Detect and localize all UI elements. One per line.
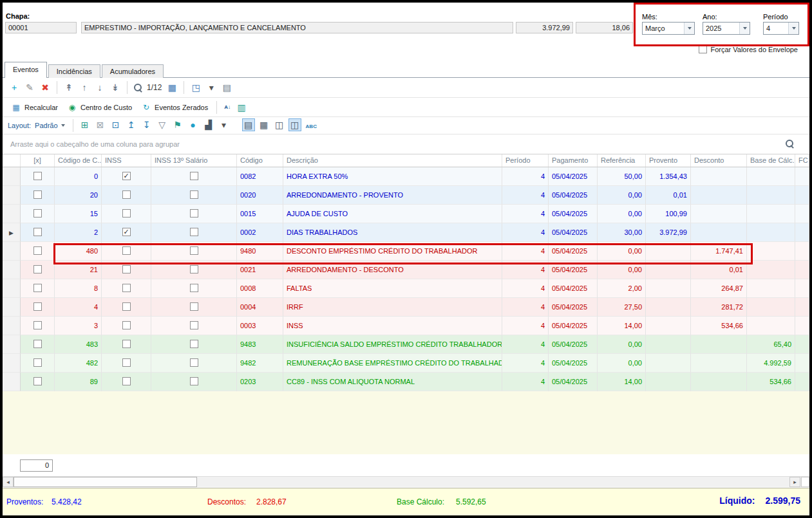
inss-checkbox[interactable] — [122, 358, 131, 367]
spell-check-icon[interactable]: ABC — [304, 120, 319, 133]
month-select[interactable]: Março — [642, 22, 695, 35]
filter-icon[interactable]: ▽ — [156, 118, 169, 131]
last-record-icon[interactable]: ↡ — [109, 81, 122, 94]
row-select-checkbox[interactable] — [33, 377, 42, 385]
cell-pagamento[interactable]: 05/04/2025 — [549, 354, 598, 373]
cell-provento[interactable]: 1.354,43 — [646, 167, 691, 186]
edit-record-icon[interactable]: ✎ — [23, 81, 36, 94]
inss13-checkbox[interactable] — [190, 172, 198, 180]
inss13-checkbox[interactable] — [190, 377, 198, 385]
cell-fc[interactable] — [795, 317, 809, 335]
sort-az-icon[interactable]: A↓ — [222, 101, 232, 114]
cell-desconto[interactable]: 264,87 — [691, 279, 747, 298]
cell-referencia[interactable]: 2,00 — [598, 279, 646, 298]
cell-base_calculo[interactable] — [747, 167, 795, 186]
inss13-checkbox[interactable] — [190, 340, 198, 348]
cell-referencia[interactable]: 0,00 — [598, 354, 646, 373]
scroll-right-icon[interactable]: ▸ — [789, 477, 800, 487]
row-select-checkbox[interactable] — [33, 302, 42, 311]
save-grid-icon[interactable]: ▥ — [235, 101, 248, 114]
cell-fc[interactable] — [795, 335, 809, 354]
cell-referencia[interactable]: 30,00 — [598, 223, 646, 242]
cell-descricao[interactable]: AJUDA DE CUSTO — [283, 205, 502, 223]
cell-pagamento[interactable]: 05/04/2025 — [549, 261, 598, 279]
cell-referencia[interactable]: 0,00 — [598, 242, 646, 261]
cell-periodo[interactable]: 4 — [502, 167, 549, 186]
grid-row[interactable]: 210021ARREDONDAMENTO - DESCONTO405/04/20… — [3, 261, 809, 279]
cell-base_calculo[interactable] — [747, 223, 795, 242]
cell-fc[interactable] — [795, 242, 809, 261]
cell-codigo_calculo[interactable]: 4 — [55, 298, 102, 317]
group-by-bar[interactable]: Arraste aqui o cabeçalho de uma coluna p… — [3, 134, 809, 154]
layout-select[interactable]: Padrão — [33, 122, 68, 129]
row-select-checkbox[interactable] — [33, 209, 42, 217]
grid-row[interactable]: 150015AJUDA DE CUSTO405/04/20250,00100,9… — [3, 205, 809, 223]
description-field[interactable]: EMPRESTIMO - IMPORTAÇÃO, LANÇAMENTO E CA… — [81, 22, 513, 33]
cell-codigo[interactable]: 0002 — [237, 223, 283, 242]
inss13-checkbox[interactable] — [190, 228, 198, 236]
cell-provento[interactable] — [646, 279, 691, 298]
grid-row[interactable]: ▶20002DIAS TRABALHADOS405/04/202530,003.… — [3, 223, 809, 242]
cell-base_calculo[interactable] — [747, 317, 795, 335]
column-header-base-de-calc[interactable]: Base de Cálc... — [747, 154, 795, 167]
export-grid-icon[interactable]: ⊡ — [109, 118, 122, 131]
inss-checkbox[interactable] — [122, 284, 131, 292]
cell-provento[interactable]: 0,01 — [646, 186, 691, 205]
cell-desconto[interactable] — [691, 186, 747, 205]
view-split-icon[interactable]: ◫ — [288, 118, 301, 131]
cell-referencia[interactable]: 0,00 — [598, 335, 646, 354]
inss-checkbox[interactable] — [122, 377, 131, 385]
cell-referencia[interactable]: 50,00 — [598, 167, 646, 186]
column-header-codigo[interactable]: Código — [237, 154, 283, 167]
row-select-checkbox[interactable] — [33, 340, 42, 348]
scroll-left-icon[interactable]: ◂ — [3, 477, 14, 487]
cell-pagamento[interactable]: 05/04/2025 — [549, 298, 598, 317]
column-header-referencia[interactable]: Referência — [598, 154, 646, 167]
cell-codigo_calculo[interactable]: 15 — [55, 205, 102, 223]
cell-descricao[interactable]: INSUFICIÊNCIA SALDO EMPRÉSTIMO CRÉDITO T… — [283, 335, 502, 354]
cell-codigo[interactable]: 0020 — [237, 186, 283, 205]
cell-desconto[interactable] — [691, 335, 747, 354]
cell-pagamento[interactable]: 05/04/2025 — [549, 242, 598, 261]
column-header-codigo-de-c[interactable]: Código de C... — [55, 154, 102, 167]
cell-codigo_calculo[interactable]: 8 — [55, 279, 102, 298]
cell-periodo[interactable]: 4 — [502, 242, 549, 261]
search-icon[interactable] — [133, 82, 143, 93]
cell-periodo[interactable]: 4 — [502, 261, 549, 279]
cell-descricao[interactable]: IRRF — [283, 298, 502, 317]
cell-referencia[interactable]: 0,00 — [598, 205, 646, 223]
row-select-checkbox[interactable] — [33, 284, 42, 292]
cell-fc[interactable] — [795, 373, 809, 391]
inss-checkbox[interactable] — [122, 209, 131, 217]
cell-codigo[interactable]: 9480 — [237, 242, 283, 261]
cell-codigo_calculo[interactable]: 2 — [55, 223, 102, 242]
row-select-checkbox[interactable] — [33, 228, 42, 236]
band-delete-icon[interactable]: ⊠ — [94, 118, 107, 131]
cell-fc[interactable] — [795, 167, 809, 186]
cell-pagamento[interactable]: 05/04/2025 — [549, 373, 598, 391]
cell-desconto[interactable]: 0,01 — [691, 261, 747, 279]
cell-desconto[interactable]: 534,66 — [691, 317, 747, 335]
cell-periodo[interactable]: 4 — [502, 298, 549, 317]
chart-icon[interactable]: ▟ — [202, 118, 215, 131]
move-up-icon[interactable]: ↥ — [125, 118, 138, 131]
cell-codigo[interactable]: 0203 — [237, 373, 283, 391]
cell-fc[interactable] — [795, 205, 809, 223]
cell-fc[interactable] — [795, 279, 809, 298]
inss13-checkbox[interactable] — [190, 302, 198, 311]
cell-fc[interactable] — [795, 354, 809, 373]
column-header-inss-13-salario[interactable]: INSS 13º Salário — [151, 154, 237, 167]
cell-codigo[interactable]: 0008 — [237, 279, 283, 298]
inss-checkbox[interactable] — [122, 321, 131, 329]
tab-eventos[interactable]: Eventos — [5, 62, 47, 78]
column-header-provento[interactable]: Provento — [646, 154, 691, 167]
tab-acumuladores[interactable]: Acumuladores — [102, 64, 164, 78]
recalcular-button[interactable]: ▦Recalcular — [6, 100, 62, 115]
export-icon[interactable]: ◳ — [189, 81, 202, 94]
delete-record-icon[interactable]: ✖ — [39, 81, 52, 94]
cell-periodo[interactable]: 4 — [502, 335, 549, 354]
move-down-icon[interactable]: ↧ — [140, 118, 153, 131]
row-select-checkbox[interactable] — [33, 246, 42, 255]
period-select[interactable]: 4 — [763, 22, 799, 35]
row-select-checkbox[interactable] — [33, 265, 42, 273]
